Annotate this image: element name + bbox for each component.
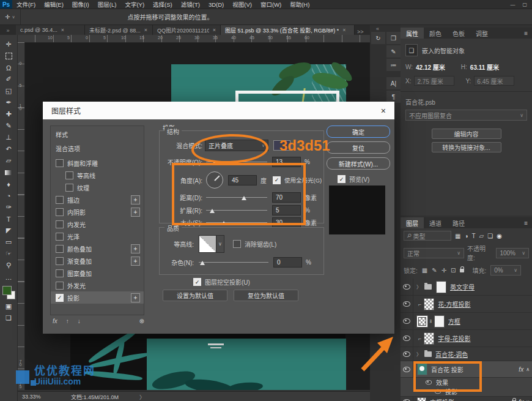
move-style-down-icon[interactable]: ↓ <box>78 318 81 324</box>
checkbox[interactable] <box>56 294 64 302</box>
character-panel-button[interactable]: A| <box>386 77 401 89</box>
new-style-button[interactable]: 新建样式(W)... <box>327 157 390 170</box>
lock-transparency-icon[interactable]: ▦ <box>422 267 427 274</box>
close-icon[interactable]: × <box>61 27 64 33</box>
type-tool[interactable]: T <box>0 213 17 225</box>
minimize-icon[interactable]: — <box>510 2 515 7</box>
eyedropper-tool[interactable]: ✒ <box>0 97 17 108</box>
gradient-tool[interactable] <box>0 167 17 178</box>
lock-paint-icon[interactable]: ✎ <box>432 267 437 274</box>
checkbox[interactable] <box>65 171 73 179</box>
zoom-level[interactable]: 33.33% <box>17 394 54 400</box>
contour-picker-arrow[interactable]: ∨ <box>216 235 224 253</box>
shape-tool[interactable]: ▭ <box>0 236 17 248</box>
layer-comp-select[interactable]: 不应用图层复合 ∨ <box>405 110 527 121</box>
checkbox[interactable] <box>56 208 64 216</box>
expand-caret-icon[interactable]: 〉 <box>416 351 421 358</box>
layer-name[interactable]: 方框投影 <box>430 397 454 401</box>
visibility-toggle[interactable] <box>401 296 413 312</box>
fill-field[interactable]: 0% ∨ <box>490 265 521 275</box>
fx-badge[interactable]: fx <box>519 399 523 401</box>
style-item-satin[interactable]: 光泽 <box>51 230 144 242</box>
filter-pixel-icon[interactable]: ▦ <box>455 233 460 239</box>
tool-presets-panel-button[interactable]: ≔ <box>386 59 401 71</box>
collapse-fx-icon[interactable]: ∧ <box>526 367 530 372</box>
slider-thumb[interactable] <box>200 261 205 265</box>
eraser-tool[interactable]: ▱ <box>0 155 17 167</box>
set-default-button[interactable]: 设置为默认值 <box>163 290 227 301</box>
layer-name[interactable]: 字母-花投影 <box>438 334 470 343</box>
close-icon[interactable]: × <box>381 106 386 116</box>
layer-name[interactable]: 方框 <box>448 317 460 326</box>
expand-caret-icon[interactable]: 〉 <box>416 283 421 290</box>
layer-thumbnail[interactable] <box>417 397 426 401</box>
visibility-toggle[interactable] <box>401 313 413 329</box>
tab-adjustments[interactable]: 调整 <box>470 28 493 39</box>
menu-item-edit[interactable]: 编辑(E) <box>40 0 68 9</box>
tab-paths[interactable]: 路径 <box>447 217 470 228</box>
layer-thumbnail[interactable] <box>424 298 434 310</box>
layer-name[interactable]: 百合花-调色 <box>435 350 468 359</box>
style-item-color-overlay[interactable]: 颜色叠加+ <box>51 242 144 255</box>
checkbox[interactable] <box>56 245 64 253</box>
tab-swatches[interactable]: 色板 <box>447 28 470 39</box>
x-field[interactable]: 2.75 厘米 <box>414 76 454 86</box>
noise-field[interactable]: 0 <box>273 257 302 268</box>
blending-options-item[interactable]: 混合选项 <box>51 139 144 153</box>
reset-button[interactable]: 复位 <box>327 141 390 154</box>
tab-channels[interactable]: 通道 <box>424 217 447 228</box>
document-tab[interactable]: c.psd @ 36.4... × <box>16 25 85 35</box>
edit-contents-button[interactable]: 编辑内容 <box>432 129 501 139</box>
delete-style-icon[interactable]: ⊗ <box>139 318 144 324</box>
brush-tool[interactable]: ✎ <box>0 120 17 132</box>
layer-thumbnail[interactable] <box>416 315 428 328</box>
maximize-icon[interactable]: ▢ <box>522 2 527 7</box>
status-chevron-icon[interactable]: 〉 <box>139 393 145 401</box>
dodge-tool[interactable]: ◔ <box>0 190 17 201</box>
layer-row-group[interactable]: 〉 英文字母 <box>401 279 532 296</box>
style-item-outer-glow[interactable]: 外发光 <box>51 279 144 291</box>
tab-overflow-right-icon[interactable]: >> <box>357 29 364 35</box>
layer-filter-select[interactable]: ⚲ 类型 <box>404 231 451 241</box>
add-instance-icon[interactable]: + <box>131 293 140 302</box>
tab-overflow-left-icon[interactable]: » <box>0 28 16 35</box>
filter-shape-icon[interactable]: ▱ <box>479 233 484 239</box>
checkbox[interactable] <box>56 220 64 228</box>
quick-selection-tool[interactable]: ✐ <box>0 73 17 85</box>
healing-brush-tool[interactable]: ✚ <box>0 108 17 120</box>
reset-default-button[interactable]: 复位为默认值 <box>234 290 298 301</box>
filter-pin-icon[interactable]: ◉ <box>497 233 502 239</box>
noise-slider[interactable] <box>199 260 268 266</box>
paragraph-panel-button[interactable]: ¶ <box>386 91 401 103</box>
checkbox[interactable] <box>65 184 73 192</box>
visibility-toggle[interactable] <box>401 279 413 295</box>
close-icon[interactable]: × <box>144 27 147 33</box>
style-item-stroke[interactable]: 描边+ <box>51 193 144 206</box>
pen-tool[interactable]: ✑ <box>0 201 17 213</box>
checkbox[interactable] <box>56 257 64 265</box>
layer-row-group[interactable]: 〉 百合花-调色 <box>401 347 532 361</box>
preview-checkbox[interactable] <box>338 175 345 183</box>
style-item-bevel-emboss[interactable]: 斜面和浮雕 <box>51 157 144 169</box>
visibility-toggle[interactable] <box>401 397 413 401</box>
checkbox[interactable] <box>56 269 64 277</box>
foreground-color-swatch[interactable] <box>2 286 12 295</box>
checkbox[interactable] <box>56 233 64 241</box>
document-tab[interactable]: QQ图片20200311210205.jpg × <box>153 25 221 35</box>
opacity-field[interactable]: 100% ∨ <box>496 248 529 258</box>
antialias-checkbox[interactable] <box>233 240 241 248</box>
checkbox[interactable] <box>56 196 64 204</box>
convert-to-linked-button[interactable]: 转换为链接对象... <box>432 142 501 152</box>
menu-item-layer[interactable]: 图层(L) <box>94 0 121 9</box>
layer-row-clipped[interactable]: ⌐ 花-方框投影 <box>401 296 532 313</box>
ok-button[interactable]: 确定 <box>327 126 390 138</box>
filter-adjustment-icon[interactable]: ◑ <box>464 233 468 239</box>
contour-thumbnail[interactable] <box>199 235 216 253</box>
clone-stamp-tool[interactable]: ⊥ <box>0 132 17 143</box>
filter-type-icon[interactable]: T <box>472 233 476 239</box>
menu-item-image[interactable]: 图像(I) <box>68 0 94 9</box>
path-selection-tool[interactable]: ◤ <box>0 225 17 236</box>
tab-properties[interactable]: 属性 <box>401 28 424 39</box>
close-icon[interactable]: × <box>213 27 216 33</box>
y-field[interactable]: 6.45 厘米 <box>474 76 514 86</box>
